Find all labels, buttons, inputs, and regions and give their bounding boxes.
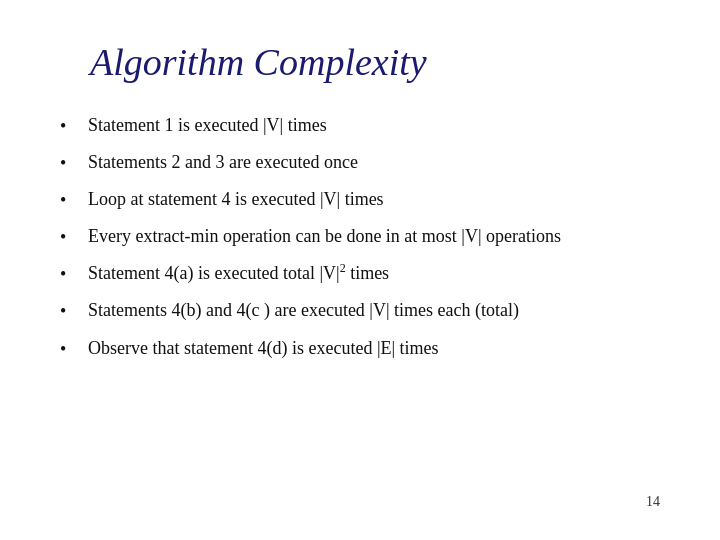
bullet-text: Statements 2 and 3 are executed once [88,149,660,175]
slide: Algorithm Complexity • Statement 1 is ex… [0,0,720,540]
bullet-icon: • [60,335,82,362]
slide-content: • Statement 1 is executed |V| times • St… [60,112,660,486]
slide-title: Algorithm Complexity [60,40,660,84]
bullet-icon: • [60,297,82,324]
bullet-icon: • [60,186,82,213]
list-item: • Statement 1 is executed |V| times [60,112,660,139]
bullet-icon: • [60,112,82,139]
bullet-text: Observe that statement 4(d) is executed … [88,335,660,361]
page-number: 14 [60,486,660,510]
list-item: • Statement 4(a) is executed total |V|2 … [60,260,660,287]
list-item: • Every extract-min operation can be don… [60,223,660,250]
list-item: • Loop at statement 4 is executed |V| ti… [60,186,660,213]
bullet-list: • Statement 1 is executed |V| times • St… [60,112,660,372]
list-item: • Observe that statement 4(d) is execute… [60,335,660,362]
bullet-text: Statement 1 is executed |V| times [88,112,660,138]
list-item: • Statements 4(b) and 4(c ) are executed… [60,297,660,324]
bullet-icon: • [60,260,82,287]
bullet-icon: • [60,149,82,176]
bullet-icon: • [60,223,82,250]
list-item: • Statements 2 and 3 are executed once [60,149,660,176]
bullet-text: Every extract-min operation can be done … [88,223,660,249]
bullet-text: Statements 4(b) and 4(c ) are executed |… [88,297,660,323]
bullet-text: Statement 4(a) is executed total |V|2 ti… [88,260,660,286]
bullet-text: Loop at statement 4 is executed |V| time… [88,186,660,212]
